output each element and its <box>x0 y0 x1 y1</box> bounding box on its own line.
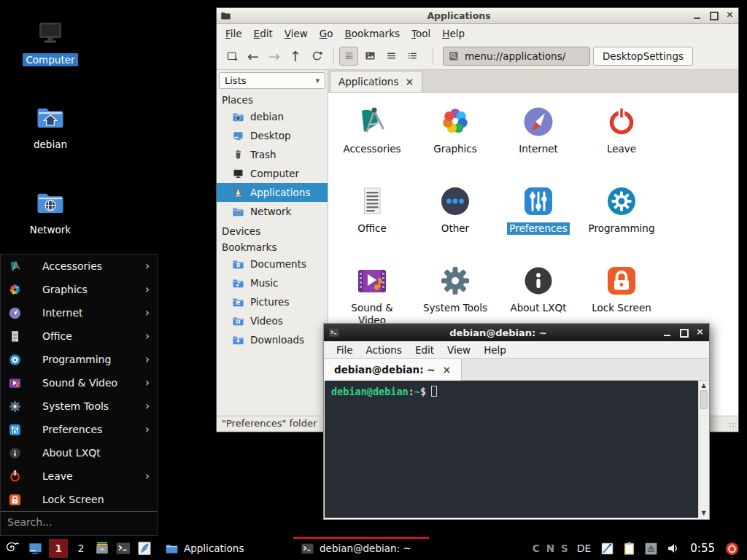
close-button[interactable] <box>694 328 705 338</box>
menu-item-office[interactable]: Office <box>1 324 157 348</box>
sidebar-item-trash[interactable]: Trash <box>217 145 328 164</box>
sidebar-item-debian[interactable]: debian <box>217 107 328 126</box>
workspace-2-button[interactable]: 2 <box>71 539 90 558</box>
tab-close-icon[interactable] <box>405 76 414 88</box>
fm-menu-tool[interactable]: Tool <box>406 28 436 39</box>
terminal-tab[interactable]: debian@debian: ~ <box>324 359 462 381</box>
terminal-menu-help[interactable]: Help <box>477 344 513 356</box>
desktop-icon-computer[interactable]: Computer <box>15 18 85 66</box>
resize-grip[interactable] <box>729 422 736 429</box>
scrollbar-thumb[interactable] <box>700 390 708 409</box>
reload-button[interactable] <box>307 47 326 66</box>
workspace-1-button[interactable]: 1 <box>49 539 68 558</box>
menu-item-sound-video[interactable]: Sound & Video <box>1 371 157 394</box>
menu-item-leave[interactable]: Leave <box>1 464 157 488</box>
sidebar-item-computer[interactable]: Computer <box>217 164 328 183</box>
sidebar-item-music[interactable]: Music <box>217 273 328 292</box>
keyboard-layout-indicator[interactable]: DE <box>577 542 592 554</box>
app-icon-office[interactable]: Office <box>330 177 414 257</box>
terminal-menu-view[interactable]: View <box>441 344 477 356</box>
task-button-terminal[interactable]: debian@debian: ~ <box>293 537 429 560</box>
quicklaunch-featherpad[interactable] <box>136 540 152 556</box>
icon-view-button[interactable] <box>339 47 358 66</box>
sidebar-item-desktop[interactable]: Desktop <box>217 126 328 145</box>
volume-tray-icon[interactable] <box>665 540 681 556</box>
maximize-button[interactable] <box>708 11 719 20</box>
tab-close-icon[interactable] <box>443 364 452 376</box>
scroll-up-icon[interactable]: ▲ <box>701 381 705 390</box>
detailed-view-button[interactable] <box>403 47 422 66</box>
sidebar-item-pictures[interactable]: Pictures <box>217 292 328 311</box>
quicklaunch-terminal[interactable] <box>115 540 131 556</box>
thumbnail-view-button[interactable] <box>360 47 379 66</box>
office-icon <box>8 330 22 343</box>
sidebar-mode-combo[interactable]: Lists <box>219 72 325 89</box>
fm-menu-view[interactable]: View <box>279 28 314 39</box>
compact-view-button[interactable] <box>382 47 400 66</box>
quicklaunch-file-manager[interactable] <box>94 540 110 556</box>
scroll-down-icon[interactable]: ▼ <box>701 508 705 518</box>
app-icon-preferences[interactable]: Preferences <box>497 177 580 257</box>
app-icon-graphics[interactable]: Graphics <box>414 98 497 177</box>
show-desktop-button[interactable] <box>27 540 44 557</box>
up-button[interactable]: ↑ <box>286 47 305 66</box>
close-button[interactable] <box>724 11 735 20</box>
fm-titlebar[interactable]: Applications <box>217 8 738 24</box>
terminal-menu-file[interactable]: File <box>330 344 360 356</box>
address-bar[interactable]: menu://applications/ <box>443 47 590 66</box>
minimize-button[interactable] <box>662 328 673 338</box>
terminal-titlebar[interactable]: debian@debian: ~ <box>324 324 709 341</box>
fm-menu-go[interactable]: Go <box>314 28 339 39</box>
terminal-scrollbar[interactable]: ▲ ▼ <box>698 381 708 518</box>
forward-button[interactable]: → <box>265 47 284 66</box>
sidebar-item-documents[interactable]: Documents <box>217 254 328 273</box>
sidebar-item-applications[interactable]: Applications <box>217 183 328 202</box>
menu-item-system-tools[interactable]: System Tools <box>1 394 157 418</box>
clock[interactable]: 0:55 <box>690 542 715 555</box>
screenshot-tray-icon[interactable] <box>600 541 615 556</box>
fm-menu-file[interactable]: File <box>220 28 248 39</box>
terminal-tabbar: debian@debian: ~ <box>324 359 709 381</box>
menu-item-preferences[interactable]: Preferences <box>1 418 157 441</box>
removable-media-tray-icon[interactable] <box>643 541 659 556</box>
app-icon-accessories[interactable]: Accessories <box>330 98 414 177</box>
leave-button[interactable] <box>724 540 740 557</box>
clipboard-tray-icon[interactable] <box>622 541 637 556</box>
back-button[interactable]: ← <box>244 47 263 66</box>
task-button-applications[interactable]: Applications <box>158 537 293 560</box>
fm-menu-help[interactable]: Help <box>436 28 471 39</box>
app-icon-programming[interactable]: Programming <box>580 177 663 257</box>
sidebar-item-downloads[interactable]: Downloads <box>217 330 328 349</box>
minimize-button[interactable] <box>692 11 703 20</box>
terminal-screen[interactable]: debian@debian:~$ ▲ ▼ <box>325 381 708 518</box>
new-tab-button[interactable] <box>222 47 241 66</box>
window-title: debian@debian: ~ <box>340 327 657 338</box>
terminal-menu-edit[interactable]: Edit <box>409 344 441 356</box>
leave-icon <box>604 104 639 139</box>
menu-item-about-lxqt[interactable]: About LXQt <box>1 441 157 464</box>
desktop-icon-network[interactable]: Network <box>15 187 85 236</box>
fm-tab-applications[interactable]: Applications <box>330 71 422 92</box>
app-icon-internet[interactable]: Internet <box>497 98 580 177</box>
menu-item-accessories[interactable]: Accessories <box>1 254 157 278</box>
menu-search-input[interactable]: Search... <box>1 511 157 532</box>
fm-menu-edit[interactable]: Edit <box>248 28 279 39</box>
documents-folder-icon <box>232 258 244 271</box>
menu-item-internet[interactable]: Internet <box>1 301 157 324</box>
prompt-user-host: debian@debian <box>331 386 409 397</box>
desktop-icon-debian[interactable]: debian <box>15 102 85 151</box>
desktop-settings-button[interactable]: DesktopSettings <box>593 47 693 66</box>
sidebar-item-videos[interactable]: Videos <box>217 311 328 330</box>
terminal-menu-actions[interactable]: Actions <box>360 344 409 356</box>
maximize-button[interactable] <box>678 328 689 338</box>
menu-item-programming[interactable]: Programming <box>1 348 157 371</box>
app-icon-leave[interactable]: Leave <box>580 98 663 177</box>
menu-item-lock-screen[interactable]: Lock Screen <box>1 488 157 511</box>
app-icon-other[interactable]: Other <box>414 177 497 257</box>
fm-menu-bookmarks[interactable]: Bookmarks <box>339 28 406 39</box>
menu-item-graphics[interactable]: Graphics <box>1 278 157 301</box>
desktop-icon-label: Computer <box>23 53 77 66</box>
start-menu-button[interactable] <box>4 540 22 558</box>
sidebar-item-network[interactable]: Network <box>217 202 328 221</box>
menu-item-label: Preferences <box>42 424 102 435</box>
